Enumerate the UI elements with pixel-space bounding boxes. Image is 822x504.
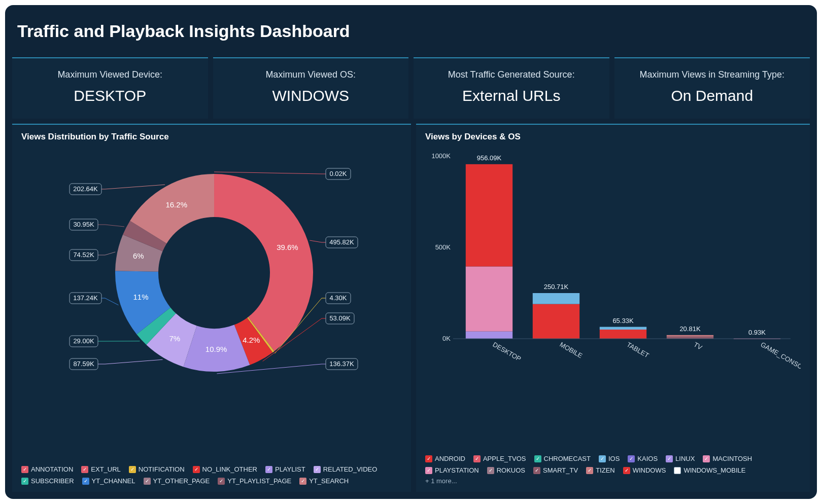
slice-pct-label: 6% bbox=[133, 251, 144, 260]
legend-label: EXT_URL bbox=[91, 465, 121, 473]
bar-chart[interactable]: 0K500K1000K956.09KDESKTOP250.71KMOBILE65… bbox=[425, 146, 801, 379]
legend-item[interactable]: ✓APPLE_TVOS bbox=[473, 455, 526, 462]
legend-item[interactable]: ✓YT_PLAYLIST_PAGE bbox=[218, 477, 291, 485]
check-icon: ✓ bbox=[21, 478, 28, 485]
y-tick-label: 500K bbox=[435, 243, 451, 251]
check-icon: ✓ bbox=[144, 478, 151, 485]
bar-segment[interactable] bbox=[466, 164, 512, 267]
bar-total-label: 65.33K bbox=[612, 317, 634, 325]
panel-devices-os: Views by Devices & OS 0K500K1000K956.09K… bbox=[416, 124, 810, 492]
legend-label: LINUX bbox=[675, 455, 695, 462]
legend-label: APPLE_TVOS bbox=[483, 455, 526, 462]
check-icon: ✓ bbox=[265, 466, 272, 473]
panel-traffic-source: Views Distribution by Traffic Source 0.0… bbox=[12, 124, 411, 492]
panel-title: Views by Devices & OS bbox=[425, 132, 801, 142]
legend-overflow[interactable]: + 1 more... bbox=[425, 474, 801, 485]
check-icon: ✓ bbox=[299, 478, 306, 485]
bar-total-label: 956.09K bbox=[477, 154, 502, 162]
legend-item[interactable]: ✓SUBSCRIBER bbox=[21, 477, 74, 485]
check-icon: ✓ bbox=[82, 478, 89, 485]
bar-total-label: 0.93K bbox=[748, 329, 766, 336]
donut-chart[interactable]: 0.02K39.6%495.82K4.30K4.2%53.09K10.9%136… bbox=[21, 146, 402, 394]
kpi-value: On Demand bbox=[620, 87, 805, 104]
legend-item[interactable]: ✓NOTIFICATION bbox=[129, 465, 185, 473]
legend-label: SMART_TV bbox=[543, 466, 578, 474]
legend-item[interactable]: ✓IOS bbox=[599, 455, 620, 462]
slice-pct-label: 7% bbox=[169, 334, 180, 343]
legend-item[interactable]: ✓SMART_TV bbox=[533, 466, 578, 474]
legend-item[interactable]: ✓YT_SEARCH bbox=[299, 477, 349, 485]
legend-label: SUBSCRIBER bbox=[31, 477, 74, 485]
legend-label: MACINTOSH bbox=[712, 455, 752, 462]
legend-item[interactable]: ✓CHROMECAST bbox=[534, 455, 591, 462]
slice-pct-label: 10.9% bbox=[206, 345, 227, 353]
legend-label: YT_SEARCH bbox=[309, 477, 349, 485]
legend-label: RELATED_VIDEO bbox=[323, 465, 378, 473]
kpi-label: Maximum Views in Streaming Type: bbox=[620, 69, 805, 80]
legend-item[interactable]: ✓MACINTOSH bbox=[703, 455, 752, 462]
callout-label: 137.24K bbox=[73, 294, 98, 302]
legend-label: ANDROID bbox=[435, 455, 465, 462]
slice-pct-label: 11% bbox=[133, 293, 149, 301]
check-icon: ✓ bbox=[599, 455, 606, 462]
kpi-label: Maximum Viewed Device: bbox=[17, 69, 203, 80]
leader-line bbox=[310, 240, 326, 242]
check-icon: ✓ bbox=[533, 467, 540, 474]
donut-slice[interactable] bbox=[214, 174, 313, 351]
kpi-card-source: Most Traffic Generated Source: External … bbox=[414, 57, 609, 119]
bar-segment[interactable] bbox=[667, 337, 713, 339]
bar-segment[interactable] bbox=[600, 327, 646, 330]
legend-item[interactable]: ✓ANDROID bbox=[425, 455, 465, 462]
x-tick-label: TABLET bbox=[626, 341, 650, 359]
legend-item[interactable]: ✓EXT_URL bbox=[81, 465, 121, 473]
legend-item[interactable]: ✓LINUX bbox=[666, 455, 695, 462]
legend-item[interactable]: ✓YT_OTHER_PAGE bbox=[144, 477, 210, 485]
slice-pct-label: 4.2% bbox=[243, 336, 260, 344]
kpi-card-streaming: Maximum Views in Streaming Type: On Dema… bbox=[614, 57, 810, 119]
bar-segment[interactable] bbox=[466, 332, 512, 339]
callout-label: 87.59K bbox=[73, 360, 94, 368]
callout-label: 53.09K bbox=[329, 314, 351, 322]
kpi-value: External URLs bbox=[419, 87, 604, 104]
legend-traffic-source: ✓ANNOTATION✓EXT_URL✓NOTIFICATION✓NO_LINK… bbox=[21, 461, 402, 485]
legend-item[interactable]: WINDOWS_MOBILE bbox=[674, 466, 745, 474]
callout-label: 30.95K bbox=[73, 221, 94, 228]
legend-label: NOTIFICATION bbox=[139, 465, 185, 473]
panels-row: Views Distribution by Traffic Source 0.0… bbox=[12, 124, 810, 492]
callout-label: 136.37K bbox=[329, 360, 354, 368]
legend-item[interactable]: ✓KAIOS bbox=[628, 455, 658, 462]
check-icon: ✓ bbox=[487, 467, 494, 474]
callout-label: 0.02K bbox=[330, 170, 347, 177]
y-tick-label: 0K bbox=[442, 335, 451, 342]
kpi-value: WINDOWS bbox=[218, 87, 404, 104]
legend-label: YT_PLAYLIST_PAGE bbox=[227, 477, 291, 485]
kpi-card-device: Maximum Viewed Device: DESKTOP bbox=[12, 57, 208, 119]
legend-item[interactable]: ✓PLAYLIST bbox=[265, 465, 305, 473]
callout-label: 202.64K bbox=[73, 185, 98, 193]
legend-label: KAIOS bbox=[637, 455, 658, 462]
callout-label: 29.00K bbox=[73, 337, 94, 345]
bar-chart-area[interactable]: 0K500K1000K956.09KDESKTOP250.71KMOBILE65… bbox=[425, 146, 801, 451]
check-icon: ✓ bbox=[218, 478, 225, 485]
bar-segment[interactable] bbox=[600, 330, 646, 339]
legend-item[interactable]: ✓NO_LINK_OTHER bbox=[193, 465, 257, 473]
bar-segment[interactable] bbox=[533, 293, 579, 304]
legend-label: ROKUOS bbox=[497, 466, 525, 474]
bar-segment[interactable] bbox=[667, 335, 713, 337]
legend-item[interactable]: ✓RELATED_VIDEO bbox=[314, 465, 378, 473]
legend-item[interactable]: ✓PLAYSTATION bbox=[425, 466, 479, 474]
bar-segment[interactable] bbox=[533, 304, 579, 339]
check-icon: ✓ bbox=[314, 466, 321, 473]
title-bar: Traffic and Playback Insights Dashboard bbox=[12, 12, 810, 52]
bar-total-label: 250.71K bbox=[544, 283, 569, 291]
legend-item[interactable]: ✓YT_CHANNEL bbox=[82, 477, 135, 485]
legend-item[interactable]: ✓TIZEN bbox=[586, 466, 615, 474]
legend-item[interactable]: ✓WINDOWS bbox=[623, 466, 666, 474]
check-icon: ✓ bbox=[628, 455, 635, 462]
donut-chart-area[interactable]: 0.02K39.6%495.82K4.30K4.2%53.09K10.9%136… bbox=[21, 146, 402, 461]
bar-segment[interactable] bbox=[466, 266, 512, 331]
panel-title: Views Distribution by Traffic Source bbox=[21, 132, 402, 142]
legend-item[interactable]: ✓ROKUOS bbox=[487, 466, 525, 474]
legend-item[interactable]: ✓ANNOTATION bbox=[21, 465, 73, 473]
legend-label: TIZEN bbox=[596, 466, 615, 474]
